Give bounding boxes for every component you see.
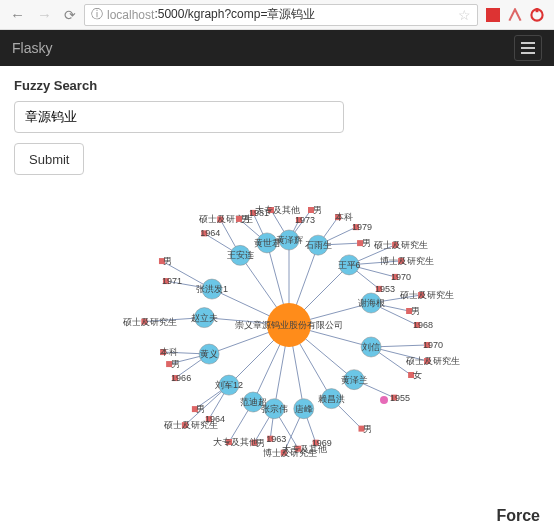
graph-person-label: 唐峰	[295, 404, 313, 414]
svg-rect-2	[536, 8, 539, 12]
search-label: Fuzzy Search	[14, 78, 540, 93]
graph-attr-label: 1953	[375, 284, 395, 294]
graph-person-label: 张洪发1	[196, 284, 228, 294]
graph-attr-label: 1979	[352, 222, 372, 232]
bookmark-icon[interactable]: ☆	[458, 7, 471, 23]
graph-person-label: 范迪超	[240, 397, 267, 407]
graph-attr-label: 本科	[335, 212, 353, 222]
graph-attr-label: 男	[171, 359, 180, 369]
graph-attr-label: 本科	[160, 347, 178, 357]
menu-toggle-button[interactable]	[514, 35, 542, 61]
graph-attr-label: 硕士及研究生	[163, 420, 218, 430]
graph-attr-label: 1973	[295, 215, 315, 225]
graph-attr-label: 男	[196, 404, 205, 414]
graph-attr-label: 大专及其他	[213, 437, 258, 447]
graph-attr-label: 男	[362, 238, 371, 248]
graph-person-label: 刘军12	[215, 380, 243, 390]
graph-attr-label: 硕士及研究生	[399, 290, 454, 300]
graph-attr-label: 硕士及研究生	[122, 317, 177, 327]
graph-person-label: 赖昌洪	[318, 394, 345, 404]
main-content: Fuzzy Search Submit 崇义章源钨业股份有限公司黄泽辉石雨生王平…	[0, 66, 554, 507]
graph-person-label: 谢海根	[358, 298, 385, 308]
graph-person-label: 刘信	[362, 342, 380, 352]
graph-caption-title: Force	[0, 507, 540, 525]
graph-attr-label: 1966	[171, 373, 191, 383]
graph-attr-label: 女	[413, 370, 422, 380]
extension-icon-3[interactable]	[530, 8, 544, 22]
graph-center-label: 崇义章源钨业股份有限公司	[235, 320, 343, 330]
app-navbar: Flasky	[0, 30, 554, 66]
graph-attr-label: 男	[241, 214, 250, 224]
graph-attr-label: 1971	[162, 276, 182, 286]
graph-person-label: 赵立夫	[191, 313, 218, 323]
graph-person-label: 王平6	[338, 260, 361, 270]
graph-attr-label: 男	[163, 256, 172, 266]
graph-attr-label: 1970	[423, 340, 443, 350]
graph-attr-label: 1963	[266, 434, 286, 444]
back-button[interactable]: ←	[6, 6, 29, 23]
graph-attr-label: 1955	[390, 393, 410, 403]
graph-person-label: 王安连	[227, 250, 254, 260]
graph-outlier-node[interactable]	[380, 396, 388, 404]
reload-button[interactable]: ⟳	[60, 7, 80, 23]
extension-icon-2[interactable]	[508, 8, 522, 22]
url-host: localhost	[107, 8, 154, 22]
url-bar[interactable]: ⓘ localhost:5000/kgraph?comp=章源钨业 ☆	[84, 4, 478, 26]
graph-attr-label: 1968	[413, 320, 433, 330]
graph-person-label: 黄义	[200, 349, 218, 359]
graph-caption: Force Force-directed tree	[0, 507, 554, 527]
app-title: Flasky	[12, 40, 52, 56]
extension-icon-1[interactable]	[486, 8, 500, 22]
url-path: :5000/kgraph?comp=章源钨业	[154, 6, 315, 23]
force-graph[interactable]: 崇义章源钨业股份有限公司黄泽辉石雨生王平6谢海根刘信黄泽兰赖昌洪唐峰张宗伟范迪超…	[14, 175, 540, 495]
graph-person-label: 石雨生	[305, 240, 332, 250]
graph-person-label: 黄泽兰	[341, 375, 368, 385]
browser-toolbar: ← → ⟳ ⓘ localhost:5000/kgraph?comp=章源钨业 …	[0, 0, 554, 30]
svg-rect-0	[486, 8, 500, 22]
graph-attr-label: 男	[313, 205, 322, 215]
graph-attr-label: 大专及其他	[282, 444, 327, 454]
forward-button[interactable]: →	[33, 6, 56, 23]
graph-attr-label: 男	[363, 424, 372, 434]
graph-attr-label: 1970	[391, 272, 411, 282]
graph-attr-label: 硕士及研究生	[373, 240, 428, 250]
submit-button[interactable]: Submit	[14, 143, 84, 175]
graph-attr-label: 1964	[200, 228, 220, 238]
url-info-icon: ⓘ	[91, 6, 103, 23]
graph-attr-label: 1981	[249, 208, 269, 218]
graph-attr-label: 男	[411, 306, 420, 316]
graph-person-label: 黄世君	[254, 238, 281, 248]
search-input[interactable]	[14, 101, 344, 133]
graph-attr-label: 硕士及研究生	[405, 356, 460, 366]
extension-icons	[482, 8, 548, 22]
graph-attr-label: 博士及研究生	[380, 256, 434, 266]
